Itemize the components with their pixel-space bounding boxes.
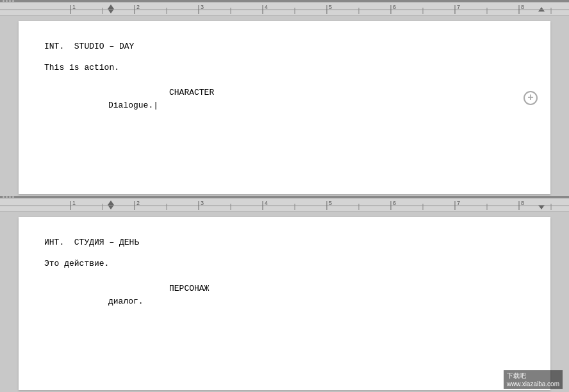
bottom-panel: 1 2 3 4 5 6 7 8 <box>0 196 569 392</box>
svg-text:4: 4 <box>265 4 268 10</box>
page-top: + INT. STUDIO – DAY This is action. CHAR… <box>19 21 550 194</box>
ruler-inner-top: 1 2 3 4 5 6 7 8 <box>0 3 569 15</box>
add-element-button[interactable]: + <box>524 91 538 105</box>
watermark-site: www.xiazaiba.com <box>507 380 559 388</box>
page-area-top: + INT. STUDIO – DAY This is action. CHAR… <box>0 16 569 196</box>
page-bottom: ИНТ. СТУДИЯ – ДЕНЬ Это действие. ПЕРСОНА… <box>19 217 550 390</box>
scene-heading-block-top: INT. STUDIO – DAY <box>44 40 525 54</box>
svg-text:3: 3 <box>201 200 204 206</box>
ruler-inner-bottom: 1 2 3 4 5 6 7 8 <box>0 199 569 211</box>
ruler-svg-bottom: 1 2 3 4 5 6 7 8 <box>0 199 569 213</box>
action-text-bottom[interactable]: Это действие. <box>44 257 525 271</box>
svg-text:2: 2 <box>136 4 140 10</box>
scene-heading-block-bottom: ИНТ. СТУДИЯ – ДЕНЬ <box>44 236 525 250</box>
action-block-bottom: Это действие. <box>44 257 525 271</box>
svg-text:4: 4 <box>265 200 268 206</box>
watermark: 下载吧 www.xiazaiba.com <box>504 370 563 389</box>
dialogue-text-top[interactable]: Dialogue.| <box>108 99 525 113</box>
dialogue-text-bottom[interactable]: диалог. <box>108 295 525 309</box>
scene-heading-bottom[interactable]: ИНТ. СТУДИЯ – ДЕНЬ <box>44 236 525 250</box>
ruler-svg-top: 1 2 3 4 5 6 7 8 <box>0 3 569 17</box>
action-block-top: This is action. <box>44 61 525 75</box>
character-name-bottom[interactable]: ПЕРСОНАЖ <box>169 282 525 296</box>
svg-text:8: 8 <box>521 200 524 206</box>
svg-text:6: 6 <box>393 4 396 10</box>
svg-text:7: 7 <box>457 200 460 206</box>
top-panel: 1 2 3 4 5 6 7 8 <box>0 0 569 196</box>
scene-heading-top[interactable]: INT. STUDIO – DAY <box>44 40 525 54</box>
svg-text:8: 8 <box>521 4 524 10</box>
ruler-bottom: 1 2 3 4 5 6 7 8 <box>0 198 569 212</box>
ruler-top: 1 2 3 4 5 6 7 8 <box>0 2 569 16</box>
character-name-top[interactable]: CHARACTER <box>169 86 525 100</box>
svg-text:2: 2 <box>136 200 140 206</box>
svg-text:7: 7 <box>457 4 460 10</box>
app-container: 1 2 3 4 5 6 7 8 <box>0 0 569 392</box>
page-area-bottom: ИНТ. СТУДИЯ – ДЕНЬ Это действие. ПЕРСОНА… <box>0 212 569 392</box>
watermark-label: 下载吧 <box>507 372 559 380</box>
svg-text:1: 1 <box>72 4 76 10</box>
plus-icon: + <box>527 93 534 103</box>
svg-text:5: 5 <box>329 4 332 10</box>
svg-text:1: 1 <box>72 200 76 206</box>
svg-text:3: 3 <box>201 4 204 10</box>
svg-text:5: 5 <box>329 200 332 206</box>
dialogue-block-bottom: ПЕРСОНАЖ диалог. <box>44 282 525 309</box>
action-text-top[interactable]: This is action. <box>44 61 525 75</box>
dialogue-block-top: CHARACTER Dialogue.| <box>44 86 525 113</box>
svg-text:6: 6 <box>393 200 396 206</box>
